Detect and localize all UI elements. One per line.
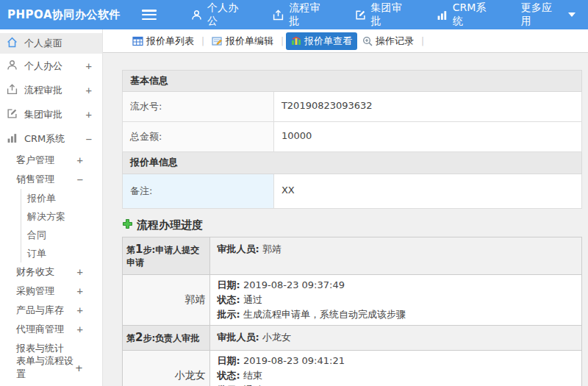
- nav-crm-system[interactable]: CRM系统: [424, 0, 509, 29]
- tab-label: 报价单编辑: [226, 35, 273, 48]
- detail-status-line: 状态: 通过: [218, 293, 574, 307]
- section-header-basic-info: 基本信息: [122, 70, 582, 92]
- step-detail-row: 郭靖 日期: 2019-08-23 09:37:49 状态: 通过 批示: 生成…: [123, 275, 581, 326]
- hamburger-menu-icon[interactable]: [142, 10, 157, 20]
- form-row-total-amount: 总金额: 10000: [122, 122, 582, 152]
- approver-label: 审批人员:: [218, 332, 259, 343]
- detail-comment-line: 批示: 生成流程申请单，系统自动完成该步骤: [218, 307, 574, 322]
- expand-toggle[interactable]: +: [77, 154, 83, 166]
- chart-icon: [7, 132, 18, 146]
- sidebar-item-label: 个人桌面: [24, 37, 62, 50]
- expand-toggle[interactable]: +: [77, 324, 83, 335]
- sidebar-item-label: 订单: [27, 247, 46, 260]
- sidebar-item-order[interactable]: 订单: [21, 244, 102, 262]
- collapse-toggle[interactable]: −: [86, 133, 92, 145]
- sidebar-item-label: 表单与流程设置: [16, 354, 75, 381]
- view-chart-icon: [291, 36, 301, 46]
- quotation-view-content: 基本信息 流水号: T20190823093632 总金额: 10000 报价单…: [103, 53, 588, 386]
- table-list-icon: [132, 36, 143, 46]
- tab-label: 报价单查看: [304, 35, 352, 48]
- detail-date-line: 日期: 2019-08-23 09:37:49: [218, 278, 574, 293]
- expand-toggle[interactable]: +: [86, 109, 92, 121]
- tab-operation-log[interactable]: 操作记录: [357, 32, 419, 50]
- nav-personal-office[interactable]: 个人办公: [179, 0, 260, 29]
- handler-name: 小龙女: [123, 351, 210, 386]
- nav-process-approval[interactable]: 流程审批: [260, 0, 342, 29]
- sidebar: 个人桌面 个人办公 + 流程审批 + 集团审批 + CRM系统 − 客户管理 +…: [0, 29, 103, 386]
- nav-group-approval[interactable]: 集团审批: [343, 0, 424, 29]
- tab-quotation-edit[interactable]: 报价单编辑: [207, 32, 279, 50]
- collapse-toggle[interactable]: −: [77, 174, 83, 185]
- sidebar-item-sales-mgmt[interactable]: 销售管理 −: [0, 170, 102, 189]
- sidebar-item-customer-mgmt[interactable]: 客户管理 +: [0, 151, 102, 170]
- form-row-remark: 备注: XX: [122, 174, 582, 209]
- step-number: 1: [135, 243, 143, 256]
- field-value: 10000: [274, 122, 581, 151]
- tab-quotation-view[interactable]: 报价单查看: [286, 32, 357, 50]
- tab-quotation-list[interactable]: 报价单列表: [127, 32, 199, 50]
- sidebar-item-label: 采购管理: [16, 285, 54, 298]
- sidebar-item-personal-office[interactable]: 个人办公 +: [0, 54, 102, 78]
- process-progress-title: 流程办理进度: [122, 218, 582, 232]
- section-header-quotation-info: 报价单信息: [122, 152, 582, 174]
- sidebar-item-label: 报价单: [27, 192, 56, 205]
- expand-toggle[interactable]: +: [86, 85, 92, 96]
- sidebar-item-finance[interactable]: 财务收支 +: [0, 262, 102, 282]
- sidebar-item-label: 流程审批: [24, 84, 62, 97]
- handler-name: 郭靖: [123, 275, 210, 325]
- sidebar-item-label: CRM系统: [24, 132, 65, 146]
- detail-comment-line: 批示: 通过: [218, 383, 574, 386]
- sidebar-item-purchasing[interactable]: 采购管理 +: [0, 282, 102, 301]
- tab-label: 操作记录: [376, 35, 414, 48]
- detail-date: 2019-08-23 09:37:49: [243, 279, 345, 290]
- sidebar-item-label: 解决方案: [27, 210, 65, 224]
- expand-toggle[interactable]: +: [86, 60, 92, 72]
- edit-icon: [355, 10, 366, 21]
- tab-separator: |: [201, 36, 204, 46]
- expand-toggle[interactable]: +: [77, 304, 83, 316]
- sidebar-item-process-approval[interactable]: 流程审批 +: [0, 78, 102, 102]
- approver-name: 郭靖: [262, 243, 282, 254]
- field-label: 流水号:: [123, 92, 274, 121]
- expand-toggle[interactable]: +: [75, 362, 83, 374]
- sidebar-item-product-inventory[interactable]: 产品与库存 +: [0, 301, 102, 320]
- expand-toggle[interactable]: +: [77, 285, 83, 297]
- detail-date-line: 日期: 2019-08-23 09:41:21: [218, 354, 574, 368]
- expand-toggle[interactable]: +: [77, 266, 83, 278]
- sidebar-item-personal-desktop[interactable]: 个人桌面: [0, 33, 102, 54]
- nav-more-apps[interactable]: 更多应用: [509, 0, 588, 29]
- detail-status-line: 状态: 结束: [218, 368, 574, 383]
- top-bar: PHPOA协同办公软件 个人办公 流程审批 集团审批 CRM系统 更多应用: [0, 0, 588, 29]
- step-header-row: 第1步:申请人提交申请 审批人员: 郭靖: [123, 237, 581, 275]
- detail-status: 通过: [243, 294, 262, 305]
- field-value: T20190823093632: [274, 92, 581, 121]
- sidebar-item-solution[interactable]: 解决方案: [21, 207, 102, 226]
- detail-date: 2019-08-23 09:41:21: [243, 355, 345, 366]
- edit-icon: [7, 108, 18, 121]
- sidebar-item-label: 报表与统计: [16, 342, 64, 355]
- flow-icon: [273, 10, 284, 21]
- step-detail: 日期: 2019-08-23 09:37:49 状态: 通过 批示: 生成流程申…: [210, 275, 581, 325]
- step-detail-row: 小龙女 日期: 2019-08-23 09:41:21 状态: 结束 批示: 通…: [123, 351, 581, 386]
- form-row-serial-number: 流水号: T20190823093632: [122, 92, 582, 122]
- plus-green-icon: [122, 218, 133, 232]
- tab-bar: 报价单列表 | 报价单编辑 | 报价单查看 操作记录 |: [103, 29, 588, 53]
- sidebar-item-agent-mgmt[interactable]: 代理商管理 +: [0, 320, 102, 339]
- step-title: 第2步:负责人审批: [123, 326, 210, 350]
- sidebar-item-label: 集团审批: [24, 108, 62, 121]
- sidebar-item-label: 个人办公: [24, 60, 62, 73]
- nav-label: 集团审批: [371, 1, 412, 28]
- app-logo: PHPOA协同办公软件: [0, 8, 126, 22]
- sidebar-item-form-process-settings[interactable]: 表单与流程设置+: [0, 358, 102, 377]
- main-area: 报价单列表 | 报价单编辑 | 报价单查看 操作记录 | 基本信息 流水号: T…: [103, 29, 588, 386]
- sidebar-item-group-approval[interactable]: 集团审批 +: [0, 102, 102, 126]
- step-approver: 审批人员: 郭靖: [210, 237, 581, 274]
- process-progress-table: 第1步:申请人提交申请 审批人员: 郭靖 郭靖 日期: 2019-08-23 0…: [122, 237, 582, 386]
- sidebar-item-quotation[interactable]: 报价单: [21, 189, 102, 207]
- field-label: 备注:: [123, 174, 274, 208]
- sidebar-item-contract[interactable]: 合同: [21, 226, 102, 244]
- field-value: XX: [274, 174, 581, 208]
- sidebar-item-crm-system[interactable]: CRM系统 −: [0, 126, 102, 151]
- edit-doc-icon: [212, 36, 223, 46]
- user-icon: [7, 60, 18, 73]
